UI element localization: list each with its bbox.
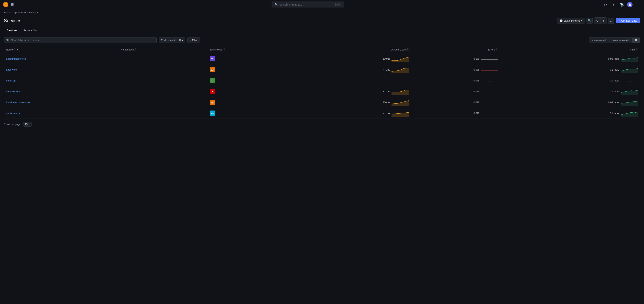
connect-data-button[interactable]: + Connect data bbox=[616, 18, 640, 23]
cell-duration: - bbox=[284, 75, 411, 86]
global-search-bar[interactable]: 🔍 Search or jump to... ⌘ k bbox=[272, 2, 344, 8]
col-header-errors[interactable]: Errors ⓘ bbox=[411, 46, 500, 53]
refresh-group: ↻ ▾ bbox=[594, 18, 607, 24]
error-chart bbox=[481, 88, 498, 95]
error-value: 0.0% bbox=[474, 101, 479, 104]
service-link[interactable]: quoteservice bbox=[6, 112, 20, 115]
filter-instrumented[interactable]: Instrumented bbox=[589, 38, 609, 43]
col-header-technology[interactable]: Technology ⓘ bbox=[208, 46, 284, 53]
error-chart bbox=[481, 77, 498, 84]
filter-uninstrumented[interactable]: Uninstrumented bbox=[609, 38, 632, 43]
rows-per-page-label: Rows per page: bbox=[4, 123, 21, 126]
filter-row: 🔍 Environment All ▾ + Filter Instrumente… bbox=[0, 34, 644, 46]
svg-marker-18 bbox=[392, 112, 409, 117]
error-chart bbox=[481, 110, 498, 117]
error-value: 0.0% bbox=[474, 68, 479, 71]
cell-name: adservice bbox=[4, 64, 118, 75]
col-header-name[interactable]: Name ⓘ ▲ bbox=[4, 46, 118, 53]
col-header-namespace[interactable]: Namespace ⓘ bbox=[118, 46, 208, 53]
tech-badge: ⬡ bbox=[210, 78, 215, 83]
service-link[interactable]: emailservice bbox=[6, 90, 20, 93]
table-row: basic-api ⬡ - 0.0% 0.0 req/s bbox=[4, 75, 640, 86]
hamburger-menu-icon[interactable]: ☰ bbox=[11, 3, 14, 7]
col-header-duration[interactable]: Duration, p95 ⓘ bbox=[284, 46, 411, 53]
service-search-wrap[interactable]: 🔍 bbox=[4, 37, 156, 43]
duration-value: - bbox=[389, 79, 390, 82]
info-icon-errors: ⓘ bbox=[496, 48, 498, 51]
rate-chart bbox=[621, 88, 638, 95]
zoom-out-button[interactable]: 🔍 bbox=[586, 18, 593, 24]
cell-name: quoteservice bbox=[4, 108, 118, 119]
clock-icon: 🕐 bbox=[560, 19, 563, 22]
rate-value: 0.1 req/s bbox=[610, 90, 619, 93]
rate-chart bbox=[621, 55, 638, 62]
cell-duration: < 1ms bbox=[284, 108, 411, 119]
tabs: Services Service Map bbox=[0, 27, 644, 34]
error-value: 0.0% bbox=[474, 112, 479, 115]
refresh-button[interactable]: ↻ bbox=[594, 18, 600, 24]
topnav: ☰ 🔍 Search or jump to... ⌘ k ＋▾ ? 📡 ⋮ bbox=[0, 0, 644, 9]
services-table-wrap: Name ⓘ ▲ Namespace ⓘ Technology ⓘ bbox=[0, 46, 644, 119]
cell-namespace bbox=[118, 97, 208, 108]
cell-errors: 0.0% bbox=[411, 64, 500, 75]
cell-errors: 0.0% bbox=[411, 108, 500, 119]
svg-marker-15 bbox=[392, 101, 409, 106]
col-header-rate[interactable]: Rate ⓘ bbox=[500, 46, 640, 53]
rows-per-page-select[interactable]: 15 ▾ bbox=[23, 122, 31, 127]
service-search-input[interactable] bbox=[11, 39, 154, 42]
error-chart bbox=[481, 99, 498, 106]
cell-rate: 0.04 req/s bbox=[500, 97, 640, 108]
error-chart bbox=[481, 66, 498, 73]
duration-value: < 1ms bbox=[383, 112, 390, 115]
tab-services[interactable]: Services bbox=[4, 27, 20, 34]
page-header: Services 🕐 Last 5 minutes ▾ 🔍 ↻ ▾ ... + … bbox=[0, 16, 644, 27]
cell-duration: 100ms bbox=[284, 53, 411, 64]
svg-marker-12 bbox=[392, 90, 409, 95]
filter-row-left: 🔍 Environment All ▾ + Filter bbox=[4, 37, 586, 43]
search-placeholder: Search or jump to... bbox=[279, 3, 334, 6]
cell-errors: 0.0% bbox=[411, 53, 500, 64]
cell-namespace bbox=[118, 86, 208, 97]
table-row: quoteservice Go < 1ms 0.0% 0.1 req/s bbox=[4, 108, 640, 119]
breadcrumb-home[interactable]: Home bbox=[4, 11, 10, 14]
cell-technology: Go bbox=[208, 108, 284, 119]
service-link[interactable]: frauddetectionservice bbox=[6, 101, 30, 104]
sidebar-collapse-icon[interactable]: ⋮ bbox=[635, 2, 641, 8]
rate-value: 0.1 req/s bbox=[610, 68, 619, 71]
info-icon-namespace: ⓘ bbox=[135, 48, 137, 51]
grafana-logo[interactable] bbox=[3, 2, 8, 7]
rate-value: 0.1 req/s bbox=[610, 112, 619, 115]
error-chart bbox=[481, 55, 498, 62]
tech-badge: ☕ bbox=[210, 100, 215, 105]
instrumentation-filter: Instrumented Uninstrumented All bbox=[588, 38, 640, 43]
refresh-options-button[interactable]: ▾ bbox=[600, 18, 606, 24]
chevron-down-icon: ▾ bbox=[581, 19, 582, 22]
cell-technology: ⬡ bbox=[208, 75, 284, 86]
duration-value: 200ms bbox=[382, 101, 390, 104]
env-select[interactable]: All ▾ bbox=[177, 38, 185, 43]
add-button[interactable]: ＋▾ bbox=[602, 2, 608, 8]
service-link[interactable]: accountingservice bbox=[6, 57, 26, 60]
rate-chart bbox=[621, 110, 638, 117]
service-link[interactable]: basic-api bbox=[6, 79, 16, 82]
topnav-left: ☰ bbox=[3, 2, 14, 7]
cell-name: basic-api bbox=[4, 75, 118, 86]
add-filter-button[interactable]: + Filter bbox=[187, 38, 200, 43]
table-header-row: Name ⓘ ▲ Namespace ⓘ Technology ⓘ bbox=[4, 46, 640, 53]
notifications-icon[interactable]: 📡 bbox=[619, 2, 625, 8]
pagination-row: Rows per page: 15 ▾ bbox=[0, 119, 644, 130]
topnav-center: 🔍 Search or jump to... ⌘ k bbox=[14, 2, 602, 8]
filter-all[interactable]: All bbox=[632, 38, 640, 43]
time-picker[interactable]: 🕐 Last 5 minutes ▾ bbox=[557, 18, 585, 24]
cell-namespace bbox=[118, 108, 208, 119]
help-icon[interactable]: ? bbox=[610, 2, 616, 8]
cell-rate: 0.1 req/s bbox=[500, 86, 640, 97]
cell-technology: ☕ bbox=[208, 97, 284, 108]
breadcrumb-application[interactable]: Application bbox=[14, 11, 26, 14]
avatar[interactable] bbox=[627, 2, 632, 7]
breadcrumb: Home › Application › Services bbox=[0, 9, 644, 16]
breadcrumb-sep-2: › bbox=[27, 11, 28, 14]
service-link[interactable]: adservice bbox=[6, 68, 17, 71]
tab-service-map[interactable]: Service Map bbox=[20, 27, 41, 34]
more-options-button[interactable]: ... bbox=[608, 18, 614, 24]
